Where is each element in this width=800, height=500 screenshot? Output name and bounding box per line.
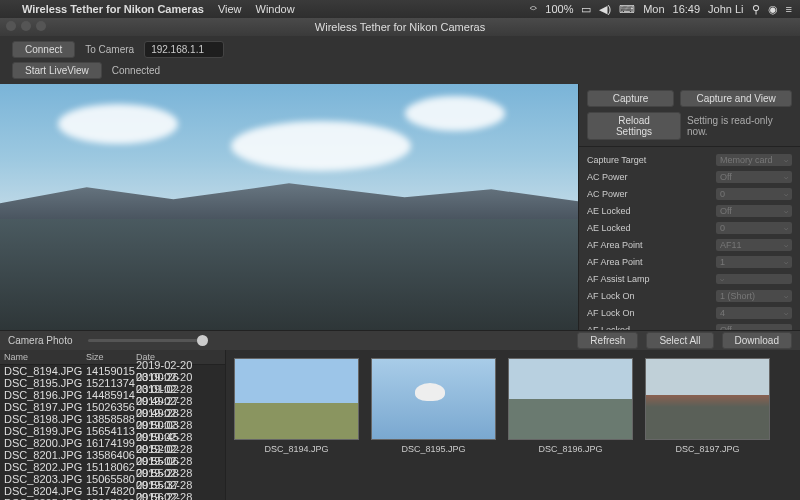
- liveview-preview: [0, 84, 578, 330]
- setting-row[interactable]: AF Area Point1: [579, 253, 800, 270]
- setting-row[interactable]: AF Area PointAF11: [579, 236, 800, 253]
- thumbnail-image[interactable]: [508, 358, 633, 440]
- control-center-icon[interactable]: ◉: [768, 3, 778, 16]
- setting-row[interactable]: AC Power0: [579, 185, 800, 202]
- file-list[interactable]: Name Size Date DSC_8194.JPG141590152019-…: [0, 350, 226, 500]
- setting-label: AF Assist Lamp: [587, 274, 716, 284]
- thumbnail-label: DSC_8194.JPG: [234, 444, 359, 454]
- setting-label: AF Area Point: [587, 257, 716, 267]
- midbar: Camera Photo Refresh Select All Download: [0, 330, 800, 350]
- setting-row[interactable]: AC PowerOff: [579, 168, 800, 185]
- setting-value[interactable]: Off: [716, 205, 792, 217]
- setting-value[interactable]: Memory card: [716, 154, 792, 166]
- spotlight-icon[interactable]: ⚲: [752, 3, 760, 16]
- input-icon[interactable]: ⌨: [619, 3, 635, 16]
- liveview-button[interactable]: Start LiveView: [12, 62, 102, 79]
- thumbnail-image[interactable]: [645, 358, 770, 440]
- battery-pct: 100%: [545, 3, 573, 15]
- camera-photo-label: Camera Photo: [8, 335, 72, 346]
- setting-label: Capture Target: [587, 155, 716, 165]
- setting-row[interactable]: Capture TargetMemory card: [579, 151, 800, 168]
- thumbnail[interactable]: DSC_8195.JPG: [371, 358, 496, 500]
- volume-icon[interactable]: ◀): [599, 3, 611, 16]
- thumb-size-slider[interactable]: [88, 339, 208, 342]
- to-camera-label: To Camera: [85, 44, 134, 55]
- setting-row[interactable]: AF Lock On1 (Short): [579, 287, 800, 304]
- thumbnail-image[interactable]: [371, 358, 496, 440]
- connected-label: Connected: [112, 65, 160, 76]
- app-menu[interactable]: Wireless Tether for Nikon Cameras: [22, 3, 204, 15]
- ip-input[interactable]: 192.168.1.1: [144, 41, 224, 58]
- setting-label: AE Locked: [587, 223, 716, 233]
- thumbnail-label: DSC_8197.JPG: [645, 444, 770, 454]
- setting-value[interactable]: AF11: [716, 239, 792, 251]
- thumbnail-label: DSC_8196.JPG: [508, 444, 633, 454]
- settings-panel: Capture Capture and View Reload Settings…: [578, 84, 800, 330]
- battery-icon: ▭: [581, 3, 591, 16]
- thumbnail-label: DSC_8195.JPG: [371, 444, 496, 454]
- setting-label: AF Area Point: [587, 240, 716, 250]
- setting-value[interactable]: Off: [716, 324, 792, 331]
- setting-label: AF Lock On: [587, 291, 716, 301]
- setting-row[interactable]: AF LockedOff: [579, 321, 800, 330]
- window-title: Wireless Tether for Nikon Cameras: [315, 21, 485, 33]
- settings-list[interactable]: Capture TargetMemory cardAC PowerOffAC P…: [579, 146, 800, 330]
- col-size[interactable]: Size: [86, 352, 136, 362]
- window-titlebar: Wireless Tether for Nikon Cameras: [0, 18, 800, 36]
- wifi-icon[interactable]: ⌔: [530, 3, 537, 15]
- setting-value[interactable]: 0: [716, 222, 792, 234]
- download-button[interactable]: Download: [722, 332, 792, 349]
- setting-value[interactable]: 0: [716, 188, 792, 200]
- setting-label: AF Lock On: [587, 308, 716, 318]
- setting-label: AC Power: [587, 172, 716, 182]
- menu-view[interactable]: View: [218, 3, 242, 15]
- setting-row[interactable]: AE Locked0: [579, 219, 800, 236]
- col-name[interactable]: Name: [4, 352, 86, 362]
- readonly-status: Setting is read-only now.: [687, 113, 792, 139]
- toolbar: Connect To Camera 192.168.1.1 Start Live…: [0, 36, 800, 84]
- setting-value[interactable]: Off: [716, 171, 792, 183]
- day: Mon: [643, 3, 664, 15]
- traffic-lights[interactable]: [6, 21, 46, 31]
- capture-button[interactable]: Capture: [587, 90, 674, 107]
- menu-window[interactable]: Window: [256, 3, 295, 15]
- setting-label: AF Locked: [587, 325, 716, 331]
- clock[interactable]: 16:49: [673, 3, 701, 15]
- setting-label: AC Power: [587, 189, 716, 199]
- setting-value[interactable]: 1: [716, 256, 792, 268]
- setting-value[interactable]: [716, 274, 792, 284]
- thumbnail[interactable]: DSC_8197.JPG: [645, 358, 770, 500]
- capture-view-button[interactable]: Capture and View: [680, 90, 792, 107]
- setting-row[interactable]: AF Lock On4: [579, 304, 800, 321]
- thumbnail[interactable]: DSC_8196.JPG: [508, 358, 633, 500]
- reload-settings-button[interactable]: Reload Settings: [587, 112, 681, 140]
- thumbnail-grid[interactable]: DSC_8194.JPGDSC_8195.JPGDSC_8196.JPGDSC_…: [226, 350, 800, 500]
- setting-row[interactable]: AE LockedOff: [579, 202, 800, 219]
- setting-value[interactable]: 1 (Short): [716, 290, 792, 302]
- setting-value[interactable]: 4: [716, 307, 792, 319]
- setting-row[interactable]: AF Assist Lamp: [579, 270, 800, 287]
- thumbnail-image[interactable]: [234, 358, 359, 440]
- setting-label: AE Locked: [587, 206, 716, 216]
- notification-icon[interactable]: ≡: [786, 3, 792, 15]
- refresh-button[interactable]: Refresh: [577, 332, 638, 349]
- selectall-button[interactable]: Select All: [646, 332, 713, 349]
- connect-button[interactable]: Connect: [12, 41, 75, 58]
- user-name[interactable]: John Li: [708, 3, 743, 15]
- thumbnail[interactable]: DSC_8194.JPG: [234, 358, 359, 500]
- macos-menubar: Wireless Tether for Nikon Cameras View W…: [0, 0, 800, 18]
